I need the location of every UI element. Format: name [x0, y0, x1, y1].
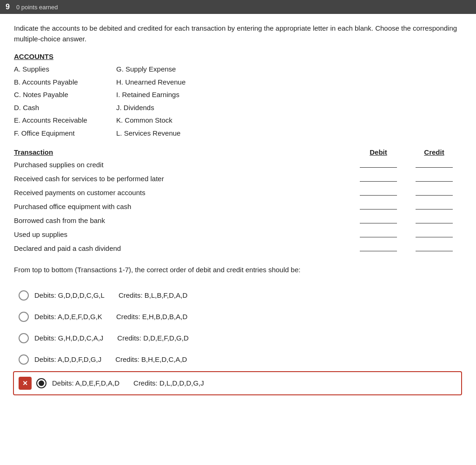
- table-row: Borrowed cash from the bank: [14, 214, 462, 228]
- wrong-badge: ✕: [19, 377, 32, 390]
- account-a: A. Supplies: [14, 63, 116, 75]
- accounts-grid: A. Supplies G. Supply Expense B. Account…: [14, 63, 462, 139]
- option-text: Debits: A,D,E,F,D,G,KCredits: E,H,B,D,B,…: [34, 313, 187, 321]
- account-k: K. Common Stock: [116, 114, 218, 126]
- transaction-description: Used up supplies: [14, 228, 350, 242]
- credit-blank[interactable]: [406, 186, 462, 200]
- debit-col-header: Debit: [350, 148, 406, 158]
- transaction-table: Transaction Debit Credit Purchased suppl…: [14, 148, 462, 255]
- radio-circle[interactable]: [36, 378, 46, 388]
- account-c: C. Notes Payable: [14, 89, 116, 101]
- table-row: Used up supplies: [14, 228, 462, 242]
- option-credits: Credits: B,L,B,F,D,A,D: [119, 291, 187, 299]
- account-h: H. Unearned Revenue: [116, 76, 218, 88]
- account-j: J. Dividends: [116, 102, 218, 114]
- option-credits: Credits: D,D,E,F,D,G,D: [117, 334, 188, 342]
- account-d: D. Cash: [14, 102, 116, 114]
- points-earned: 0 points earned: [16, 4, 58, 11]
- transaction-description: Borrowed cash from the bank: [14, 214, 350, 228]
- option-credits: Credits: E,H,B,D,B,A,D: [116, 313, 187, 321]
- debit-blank[interactable]: [350, 200, 406, 214]
- option-item[interactable]: Debits: G,H,D,D,C,A,JCredits: D,D,E,F,D,…: [14, 328, 462, 348]
- question-body: Indicate the accounts to be debited and …: [0, 14, 476, 406]
- table-row: Purchased supplies on credit: [14, 158, 462, 172]
- transaction-col-header: Transaction: [14, 148, 350, 158]
- debit-blank[interactable]: [350, 186, 406, 200]
- table-row: Received cash for services to be perform…: [14, 172, 462, 186]
- radio-circle[interactable]: [19, 312, 29, 322]
- account-l: L. Services Revenue: [116, 127, 218, 139]
- option-debits: Debits: A,D,D,F,D,G,J: [34, 355, 101, 363]
- option-credits: Credits: B,H,E,D,C,A,D: [115, 355, 187, 363]
- transaction-description: Received payments on customer accounts: [14, 186, 350, 200]
- option-item[interactable]: Debits: A,D,E,F,D,G,KCredits: E,H,B,D,B,…: [14, 307, 462, 327]
- option-credits: Credits: D,L,D,D,D,G,J: [133, 379, 204, 387]
- debit-blank[interactable]: [350, 228, 406, 242]
- debit-blank[interactable]: [350, 214, 406, 228]
- question-header: 9 0 points earned: [0, 0, 476, 14]
- account-i: I. Retained Earnings: [116, 89, 218, 101]
- credit-blank[interactable]: [406, 172, 462, 186]
- radio-circle[interactable]: [19, 333, 29, 343]
- options-list: Debits: G,D,D,D,C,G,LCredits: B,L,B,F,D,…: [14, 286, 462, 395]
- account-e: E. Accounts Receivable: [14, 114, 116, 126]
- debit-blank[interactable]: [350, 158, 406, 172]
- table-row: Purchased office equipment with cash: [14, 200, 462, 214]
- transaction-description: Purchased supplies on credit: [14, 158, 350, 172]
- option-text: Debits: A,D,D,F,D,G,JCredits: B,H,E,D,C,…: [34, 355, 187, 363]
- credit-blank[interactable]: [406, 242, 462, 255]
- table-row: Received payments on customer accounts: [14, 186, 462, 200]
- option-item[interactable]: Debits: G,D,D,D,C,G,LCredits: B,L,B,F,D,…: [14, 286, 462, 305]
- transaction-description: Purchased office equipment with cash: [14, 200, 350, 214]
- radio-circle[interactable]: [19, 354, 29, 365]
- credit-col-header: Credit: [406, 148, 462, 158]
- option-debits: Debits: G,H,D,D,C,A,J: [34, 334, 103, 342]
- option-debits: Debits: A,D,E,F,D,A,D: [52, 379, 119, 387]
- account-g: G. Supply Expense: [116, 63, 218, 75]
- option-item[interactable]: ✕Debits: A,D,E,F,D,A,DCredits: D,L,D,D,D…: [13, 371, 462, 395]
- question-container: 9 0 points earned Indicate the accounts …: [0, 0, 476, 406]
- option-text: Debits: G,D,D,D,C,G,LCredits: B,L,B,F,D,…: [34, 291, 187, 299]
- account-f: F. Office Equipment: [14, 127, 116, 139]
- account-b: B. Accounts Payable: [14, 76, 116, 88]
- instructions-text: Indicate the accounts to be debited and …: [14, 23, 462, 44]
- transaction-description: Received cash for services to be perform…: [14, 172, 350, 186]
- debit-blank[interactable]: [350, 172, 406, 186]
- credit-blank[interactable]: [406, 200, 462, 214]
- option-debits: Debits: A,D,E,F,D,G,K: [34, 313, 102, 321]
- credit-blank[interactable]: [406, 228, 462, 242]
- credit-blank[interactable]: [406, 214, 462, 228]
- radio-circle[interactable]: [19, 290, 29, 301]
- accounts-section: ACCOUNTS A. Supplies G. Supply Expense B…: [14, 52, 462, 139]
- transaction-description: Declared and paid a cash dividend: [14, 242, 350, 255]
- option-text: Debits: G,H,D,D,C,A,JCredits: D,D,E,F,D,…: [34, 334, 189, 342]
- from-top-text: From top to bottom (Transactions 1-7), t…: [14, 265, 462, 275]
- question-number: 9: [6, 3, 10, 11]
- credit-blank[interactable]: [406, 158, 462, 172]
- accounts-title: ACCOUNTS: [14, 52, 462, 60]
- option-text: Debits: A,D,E,F,D,A,DCredits: D,L,D,D,D,…: [52, 379, 204, 387]
- debit-blank[interactable]: [350, 242, 406, 255]
- table-row: Declared and paid a cash dividend: [14, 242, 462, 255]
- transaction-section: Transaction Debit Credit Purchased suppl…: [14, 148, 462, 255]
- option-item[interactable]: Debits: A,D,D,F,D,G,JCredits: B,H,E,D,C,…: [14, 350, 462, 369]
- option-debits: Debits: G,D,D,D,C,G,L: [34, 291, 105, 299]
